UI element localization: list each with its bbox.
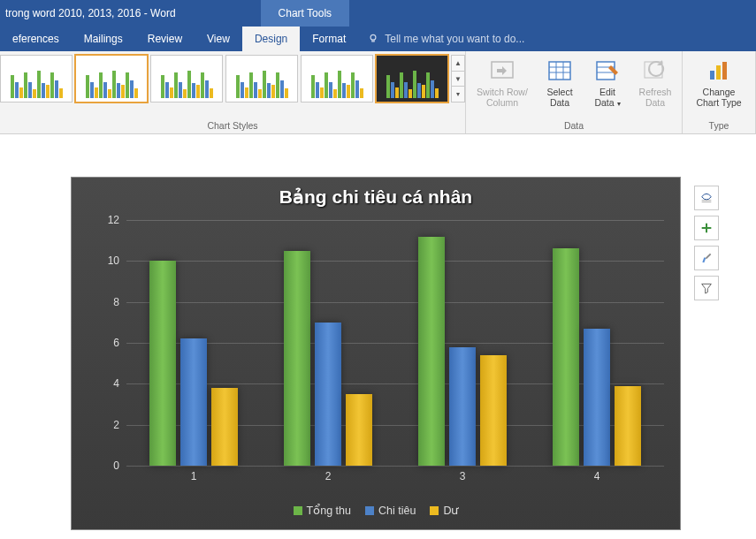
chevron-down-icon: ▾: [617, 100, 621, 108]
tab-format[interactable]: Format: [300, 27, 358, 51]
tell-me-placeholder: Tell me what you want to do...: [385, 33, 524, 45]
window-title: trong word 2010, 2013, 2016 - Word: [0, 7, 181, 19]
tab-mailings[interactable]: Mailings: [72, 27, 135, 51]
bar[interactable]: [346, 394, 372, 466]
bar[interactable]: [149, 261, 176, 466]
svg-point-0: [370, 34, 376, 40]
bar[interactable]: [584, 329, 610, 466]
bar-group: [261, 220, 395, 466]
svg-rect-12: [716, 65, 721, 80]
ribbon: ▲ ▼ ▾ Chart Styles Switch Row/ Column Se…: [0, 51, 756, 134]
select-data-button[interactable]: Select Data: [537, 55, 583, 110]
title-bar: trong word 2010, 2013, 2016 - Word Chart…: [0, 0, 756, 27]
chart-styles-label: Chart Styles: [207, 120, 257, 132]
legend-item[interactable]: Chi tiêu: [365, 505, 416, 517]
bar[interactable]: [211, 388, 238, 466]
data-group-label: Data: [564, 120, 584, 132]
legend-item[interactable]: Tổng thu: [294, 504, 351, 517]
type-group: Change Chart Type Type: [683, 51, 756, 133]
switch-row-column-button: Switch Row/ Column: [470, 55, 535, 110]
select-data-icon: [546, 57, 574, 85]
edit-data-button[interactable]: Edit Data ▾: [584, 55, 630, 110]
tab-review[interactable]: Review: [135, 27, 195, 51]
chart-style-4[interactable]: [225, 55, 298, 102]
x-tick-label: 2: [261, 470, 395, 490]
bar[interactable]: [418, 237, 445, 466]
y-tick-label: 10: [108, 254, 119, 267]
svg-rect-11: [710, 71, 714, 80]
x-axis: 1234: [126, 470, 664, 490]
y-tick-label: 12: [108, 214, 119, 226]
switch-row-column-icon: [488, 57, 516, 85]
x-tick-label: 4: [530, 470, 664, 490]
chart-style-5[interactable]: [301, 55, 373, 102]
svg-rect-13: [722, 62, 727, 80]
y-tick-label: 8: [113, 296, 119, 308]
tell-me-search[interactable]: Tell me what you want to do...: [358, 27, 533, 51]
plus-icon: [699, 221, 714, 235]
change-chart-type-icon: [705, 57, 733, 85]
layout-options-icon: [699, 191, 714, 205]
layout-options-button[interactable]: [694, 186, 719, 210]
edit-data-icon: [593, 57, 622, 85]
x-tick-label: 1: [126, 470, 261, 490]
bar[interactable]: [284, 251, 310, 466]
legend-label: Chi tiêu: [378, 505, 416, 517]
chart-styles-group: ▲ ▼ ▾ Chart Styles: [0, 51, 466, 133]
tab-references[interactable]: eferences: [0, 27, 72, 51]
refresh-data-button: Refresh Data: [632, 55, 678, 110]
legend-item[interactable]: Dư: [430, 504, 458, 517]
gallery-more[interactable]: ▾: [452, 87, 464, 102]
y-tick-label: 2: [113, 419, 119, 431]
chart-elements-button[interactable]: [694, 216, 719, 240]
gallery-scroll-up[interactable]: ▲: [452, 56, 464, 72]
chart-title: Bảng chi tiêu cá nhân: [72, 178, 680, 211]
chart-filters-button[interactable]: [694, 276, 719, 300]
chart[interactable]: Bảng chi tiêu cá nhân 024681012 1234 Tổn…: [71, 177, 681, 530]
y-tick-label: 4: [113, 377, 119, 390]
chart-legend: Tổng thuChi tiêuDư: [72, 504, 680, 517]
y-tick-label: 6: [113, 337, 119, 349]
legend-swatch: [430, 506, 439, 515]
chart-style-6[interactable]: [376, 55, 448, 102]
lightbulb-icon: [367, 33, 379, 45]
legend-swatch: [365, 506, 374, 515]
bar[interactable]: [553, 248, 579, 466]
svg-rect-2: [549, 62, 570, 80]
refresh-icon: [641, 57, 669, 85]
bar[interactable]: [480, 355, 507, 466]
gallery-scroll-down[interactable]: ▼: [452, 72, 464, 87]
bar[interactable]: [315, 323, 341, 466]
chart-tools-tab-label: Chart Tools: [261, 0, 349, 27]
legend-label: Dư: [443, 504, 458, 517]
legend-label: Tổng thu: [307, 504, 351, 517]
bar-group: [395, 220, 530, 466]
gallery-scroll: ▲ ▼ ▾: [451, 55, 465, 102]
change-chart-type-button[interactable]: Change Chart Type: [686, 55, 752, 110]
data-group: Switch Row/ Column Select Data Edit Data…: [466, 51, 683, 133]
chart-side-buttons: [694, 186, 719, 300]
legend-swatch: [294, 506, 302, 515]
y-tick-label: 0: [113, 459, 119, 472]
chart-styles-button[interactable]: [694, 246, 719, 270]
type-group-label: Type: [709, 120, 729, 132]
funnel-icon: [699, 281, 714, 295]
tab-design[interactable]: Design: [242, 27, 300, 51]
bar[interactable]: [449, 347, 476, 466]
ribbon-tabs: eferences Mailings Review View Design Fo…: [0, 27, 756, 51]
bar[interactable]: [615, 386, 641, 466]
gridline: [126, 466, 664, 467]
paintbrush-icon: [699, 251, 714, 265]
document-area: Bảng chi tiêu cá nhân 024681012 1234 Tổn…: [0, 134, 756, 539]
bar-group: [530, 220, 664, 466]
bar-group: [126, 220, 261, 466]
x-tick-label: 3: [395, 470, 530, 490]
chart-style-3[interactable]: [150, 55, 223, 102]
y-axis: 024681012: [72, 220, 126, 466]
tab-view[interactable]: View: [195, 27, 242, 51]
chart-styles-gallery: ▲ ▼ ▾: [0, 55, 465, 102]
chart-style-2[interactable]: [75, 55, 148, 102]
chart-plot-area: [126, 220, 664, 466]
chart-style-1[interactable]: [0, 55, 73, 102]
bar[interactable]: [180, 338, 207, 466]
